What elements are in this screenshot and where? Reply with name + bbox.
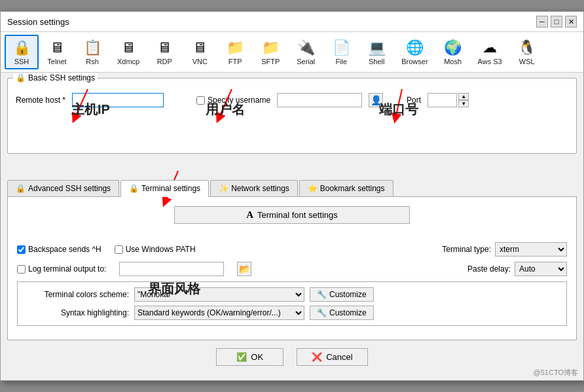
toolbar-item-ssh[interactable]: 🔒SSH: [5, 35, 39, 69]
toolbar-item-serial[interactable]: 🔌Serial: [289, 35, 323, 69]
toolbar-item-file[interactable]: 📄File: [324, 35, 358, 69]
customize-icon: 🔧: [317, 290, 327, 299]
specify-username-checkbox[interactable]: [196, 96, 205, 105]
tab-bookmark[interactable]: ⭐Bookmark settings: [299, 180, 393, 196]
browser-label: Browser: [401, 58, 428, 65]
toolbar-item-mosh[interactable]: 🌍Mosh: [436, 35, 470, 69]
toolbar-item-shell[interactable]: 💻Shell: [359, 35, 393, 69]
toolbar-item-wsl[interactable]: 🐧WSL: [510, 35, 544, 69]
tab-label-advanced: Advanced SSH settings: [28, 184, 111, 193]
remote-host-input[interactable]: [72, 93, 164, 107]
tab-label-network: Network settings: [231, 184, 289, 193]
ok-icon: ✅: [236, 352, 247, 362]
xdmcp-icon: 🖥: [121, 39, 136, 57]
tab-icon-network: ✨: [219, 184, 228, 193]
port-group: 22 ▲ ▼: [428, 93, 469, 107]
bottom-bar: ✅ OK ❌ Cancel: [7, 340, 577, 375]
user-icon-button[interactable]: 👤: [369, 93, 383, 107]
remote-host-label: Remote host *: [16, 96, 65, 105]
log-output-input[interactable]: [119, 262, 224, 276]
terminal-type-select[interactable]: xterm xterm-256color vt100 linux: [495, 242, 567, 257]
paste-delay-group: Paste delay: Auto 0ms 10ms 20ms: [467, 262, 567, 276]
windows-path-group: Use Windows PATH: [115, 245, 196, 254]
vnc-icon: 🖥: [192, 39, 207, 57]
scheme-label: Terminal colors scheme:: [24, 290, 129, 299]
toolbar-item-awss3[interactable]: ☁Aws S3: [471, 35, 509, 69]
tab-label-terminal: Terminal settings: [141, 184, 200, 193]
serial-label: Serial: [297, 58, 315, 65]
ftp-icon: 📁: [227, 39, 244, 57]
username-input[interactable]: [277, 93, 362, 107]
port-down-button[interactable]: ▼: [458, 100, 469, 107]
serial-icon: 🔌: [297, 39, 315, 57]
toolbar-item-telnet[interactable]: 🖥Telnet: [40, 35, 74, 69]
syntax-label: Syntax highlighting:: [24, 308, 129, 317]
toolbar-item-xdmcp[interactable]: 🖥Xdmcp: [111, 35, 146, 69]
rsh-icon: 📋: [84, 39, 101, 57]
windows-path-checkbox[interactable]: [115, 245, 123, 254]
terminal-font-button[interactable]: A Terminal font settings: [174, 206, 410, 224]
paste-delay-label: Paste delay:: [467, 264, 511, 274]
folder-button[interactable]: 📂: [237, 262, 251, 276]
sftp-label: SFTP: [261, 58, 280, 65]
minimize-button[interactable]: ─: [536, 16, 548, 27]
icon-toolbar: 🔒SSH🖥Telnet📋Rsh🖥Xdmcp🖥RDP🖥VNC📁FTP📁SFTP🔌S…: [1, 32, 583, 73]
tab-advanced[interactable]: 🔒Advanced SSH settings: [7, 180, 119, 196]
paste-delay-select[interactable]: Auto 0ms 10ms 20ms: [515, 262, 567, 276]
mosh-label: Mosh: [444, 58, 462, 65]
session-settings-window: Session settings ─ □ ✕ 🔒SSH🖥Telnet📋Rsh🖥X…: [0, 11, 584, 381]
file-icon: 📄: [333, 39, 350, 57]
sftp-icon: 📁: [262, 39, 280, 57]
port-spinner: ▲ ▼: [458, 93, 469, 107]
cancel-icon: ❌: [312, 352, 322, 362]
wsl-icon: 🐧: [518, 39, 536, 57]
backspace-group: Backspace sends ^H: [17, 245, 101, 254]
ok-label: OK: [251, 352, 263, 362]
shell-icon: 💻: [368, 39, 386, 57]
port-label: Port: [407, 96, 421, 105]
watermark: @51CTO博客: [534, 368, 578, 378]
tabs-row: 🔒Advanced SSH settings🔒Terminal settings…: [7, 180, 577, 196]
log-output-label: Log terminal output to:: [28, 264, 106, 274]
tab-terminal[interactable]: 🔒Terminal settings: [120, 180, 209, 197]
toolbar-item-rdp[interactable]: 🖥RDP: [147, 35, 181, 69]
port-input[interactable]: 22: [428, 93, 457, 107]
toolbar-item-sftp[interactable]: 📁SFTP: [253, 35, 287, 69]
backspace-checkbox[interactable]: [17, 245, 26, 254]
scheme-customize-button[interactable]: 🔧 Customize: [310, 287, 374, 302]
cancel-button[interactable]: ❌ Cancel: [297, 348, 367, 366]
toolbar-item-browser[interactable]: 🌐Browser: [395, 35, 434, 69]
terminal-type-label: Terminal type:: [442, 245, 491, 254]
scheme-row: Terminal colors scheme: "Monokai" Defaul…: [24, 287, 560, 302]
tab-content: A Terminal font settings Backspace sends…: [7, 196, 577, 340]
colors-section: Terminal colors scheme: "Monokai" Defaul…: [17, 281, 567, 326]
title-bar: Session settings ─ □ ✕: [1, 12, 583, 32]
syntax-select[interactable]: Standard keywords (OK/warning/error/...)…: [134, 306, 304, 320]
log-output-checkbox[interactable]: [17, 265, 26, 274]
terminal-type-group: Terminal type: xterm xterm-256color vt10…: [442, 242, 567, 257]
font-icon: A: [246, 209, 253, 221]
tab-network[interactable]: ✨Network settings: [210, 180, 298, 196]
xdmcp-label: Xdmcp: [117, 58, 139, 65]
toolbar-item-rsh[interactable]: 📋Rsh: [75, 35, 109, 69]
awss3-label: Aws S3: [478, 58, 502, 65]
rsh-label: Rsh: [86, 58, 99, 65]
rdp-icon: 🖥: [157, 39, 172, 57]
tab-icon-advanced: 🔒: [16, 184, 26, 193]
maximize-button[interactable]: □: [551, 16, 562, 27]
arrow-interface: [145, 280, 171, 300]
ftp-label: FTP: [228, 58, 242, 65]
toolbar-item-ftp[interactable]: 📁FTP: [218, 35, 252, 69]
ok-button[interactable]: ✅ OK: [216, 348, 283, 366]
syntax-customize-button[interactable]: 🔧 Customize: [310, 306, 374, 320]
specify-username-group: Specify username: [196, 96, 270, 105]
shell-label: Shell: [369, 58, 384, 65]
close-button[interactable]: ✕: [565, 16, 577, 27]
windows-path-label: Use Windows PATH: [126, 245, 196, 254]
port-up-button[interactable]: ▲: [458, 93, 469, 100]
awss3-icon: ☁: [483, 39, 497, 57]
specify-username-label: Specify username: [208, 96, 270, 105]
options-row-2: Log terminal output to: 📂 Paste delay: A…: [17, 262, 567, 276]
toolbar-item-vnc[interactable]: 🖥VNC: [183, 35, 217, 69]
tab-icon-terminal: 🔒: [129, 184, 139, 193]
